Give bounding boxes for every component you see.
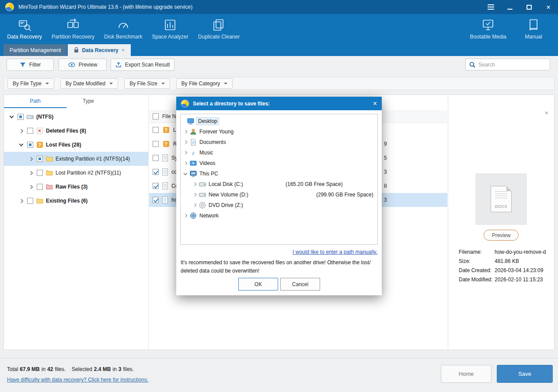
selected-count: 3 — [119, 366, 122, 372]
window-controls: × — [486, 3, 553, 11]
dir-item-documents[interactable]: Documents — [181, 137, 377, 147]
dir-item-desktop[interactable]: Desktop — [181, 116, 377, 126]
dropdown-by-file-size[interactable]: By File Size — [124, 78, 170, 89]
expander-open-icon[interactable] — [10, 114, 14, 119]
checkbox[interactable] — [153, 183, 159, 189]
tree-item-lost-files[interactable]: ? Lost Files (28) — [4, 138, 148, 152]
tab-path[interactable]: Path — [4, 95, 66, 108]
toolbar-data-recovery[interactable]: Data Recovery — [7, 14, 42, 44]
toolbar-manual[interactable]: Manual — [516, 14, 551, 44]
checkbox[interactable] — [153, 169, 159, 175]
checkbox[interactable] — [27, 128, 33, 134]
dropdown-by-file-category[interactable]: By File Category — [176, 78, 233, 89]
filter-button[interactable]: Filter — [7, 59, 54, 71]
expander-closed-icon[interactable] — [19, 199, 24, 203]
app-window: MiniTool Partition Wizard Pro Ultimate 1… — [0, 0, 558, 392]
disk-benchmark-icon — [117, 18, 130, 32]
path-tree-panel: Path Type (NTFS) × Deleted Files (8) — [4, 95, 149, 350]
dir-item-videos[interactable]: Videos — [181, 158, 377, 168]
checkbox[interactable] — [27, 198, 33, 204]
checkbox[interactable] — [37, 156, 43, 162]
maximize-button[interactable] — [525, 3, 534, 11]
preview-file-button[interactable]: Preview — [484, 230, 519, 241]
field-value: 481.86 KB — [495, 258, 552, 264]
tree-item-lost-partition-2[interactable]: Lost Partition #2 (NTFS)(11) — [4, 166, 148, 180]
expander-closed-icon[interactable] — [184, 130, 187, 133]
home-button[interactable]: Home — [441, 365, 492, 383]
toolbar-space-analyzer[interactable]: Space Analyzer — [152, 14, 188, 44]
checkbox[interactable] — [153, 127, 159, 133]
dir-item-local-disk-c[interactable]: Local Disk (C:) (165.20 GB Free Space) — [181, 179, 377, 189]
export-button-label: Export Scan Result — [125, 62, 170, 68]
dir-item-user[interactable]: Forever Young — [181, 126, 377, 137]
preview-button[interactable]: Preview — [59, 59, 107, 71]
dir-item-this-pc[interactable]: This PC — [181, 168, 377, 179]
search-input[interactable] — [478, 62, 546, 68]
tab-partition-management[interactable]: Partition Management — [3, 44, 67, 56]
cancel-button[interactable]: Cancel — [280, 278, 320, 290]
toolbar-bootable-media[interactable]: Bootable Media — [470, 14, 506, 44]
ok-button[interactable]: OK — [238, 278, 278, 290]
dir-item-dvd-drive-z[interactable]: DVD Drive (Z:) — [181, 200, 377, 210]
save-button[interactable]: Save — [497, 365, 553, 383]
checkbox[interactable] — [37, 170, 43, 176]
expander-closed-icon[interactable] — [29, 171, 33, 175]
minitool-logo-icon — [5, 3, 14, 11]
expander-closed-icon[interactable] — [184, 140, 187, 144]
dropdown-by-date-modified[interactable]: By Date Modified — [60, 78, 118, 89]
tree-item-label: Existing Files (6) — [46, 198, 87, 204]
expander-closed-icon[interactable] — [29, 157, 33, 161]
tree-item-existing-files[interactable]: Existing Files (6) — [4, 194, 148, 208]
window-title: MiniTool Partition Wizard Pro Ultimate 1… — [18, 4, 482, 10]
tab-close-icon[interactable]: × — [122, 47, 125, 53]
close-preview-icon[interactable]: × — [544, 109, 548, 116]
dir-item-music[interactable]: ♪ Music — [181, 147, 377, 158]
manual-icon — [527, 18, 540, 32]
total-label: Total — [7, 366, 18, 372]
tab-data-recovery[interactable]: Data Recovery × — [68, 44, 131, 56]
checkbox[interactable] — [37, 184, 43, 190]
chevron-down-icon — [45, 83, 49, 84]
menu-icon[interactable] — [486, 3, 495, 11]
checkbox[interactable] — [17, 114, 24, 120]
expander-closed-icon[interactable] — [19, 129, 24, 133]
dir-item-new-volume-d[interactable]: New Volume (D:) (299.90 GB Free Space) — [181, 189, 377, 200]
tree-item-ntfs[interactable]: (NTFS) — [4, 110, 148, 124]
expander-closed-icon[interactable] — [29, 185, 33, 189]
field-label: Date Modified: — [459, 276, 493, 283]
expander-open-icon[interactable] — [19, 142, 24, 147]
expander-closed-icon[interactable] — [184, 161, 187, 165]
manual-path-link[interactable]: I would like to enter a path manually. — [293, 249, 377, 255]
dir-item-network[interactable]: Network — [181, 210, 377, 221]
minimize-button[interactable] — [506, 3, 514, 11]
select-all-checkbox[interactable] — [153, 113, 159, 119]
field-date-created: Date Created: 2026-03-04 14:23:09 — [459, 267, 552, 273]
tree-item-existing-partition-1[interactable]: Existing Partition #1 (NTFS)(14) — [4, 152, 148, 166]
field-value: how-do-you-remove-d — [495, 249, 552, 255]
checkbox[interactable] — [27, 142, 33, 148]
text: files. — [55, 366, 66, 372]
expander-closed-icon[interactable] — [184, 151, 187, 154]
toolbar-partition-recovery[interactable]: Partition Recovery — [52, 14, 94, 44]
export-scan-result-button[interactable]: Export Scan Result — [111, 59, 174, 71]
expander-closed-icon[interactable] — [193, 193, 196, 196]
tab-bar: Partition Management Data Recovery × — [0, 44, 558, 56]
expander-closed-icon[interactable] — [193, 203, 196, 207]
checkbox[interactable] — [153, 197, 159, 203]
dropdown-by-file-type[interactable]: By File Type — [7, 78, 54, 89]
expander-closed-icon[interactable] — [193, 182, 196, 186]
checkbox[interactable] — [153, 141, 159, 147]
close-button[interactable]: × — [544, 3, 553, 11]
checkbox[interactable] — [153, 155, 159, 161]
tree-item-deleted-files[interactable]: × Deleted Files (8) — [4, 124, 148, 138]
help-link[interactable]: Have difficulty with data recovery? Clic… — [7, 377, 148, 383]
tree-item-raw-files[interactable]: Raw Files (3) — [4, 180, 148, 194]
toolbar-disk-benchmark[interactable]: Disk Benchmark — [104, 14, 142, 44]
tree-item-label: Existing Partition #1 (NTFS)(14) — [56, 156, 130, 162]
dialog-close-icon[interactable]: × — [373, 100, 377, 108]
expander-closed-icon[interactable] — [184, 214, 187, 217]
search-box[interactable] — [465, 59, 550, 70]
toolbar-duplicate-cleaner[interactable]: Duplicate Cleaner — [198, 14, 240, 44]
tab-type[interactable]: Type — [66, 95, 110, 108]
expander-open-icon[interactable] — [184, 171, 187, 175]
